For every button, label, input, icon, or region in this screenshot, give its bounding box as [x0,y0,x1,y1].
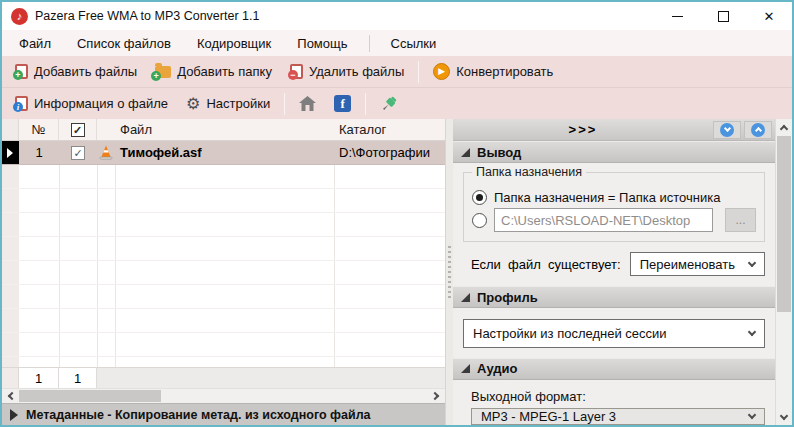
panel-splitter[interactable] [446,119,453,425]
expand-all-button[interactable] [744,121,772,139]
radio-same-as-source[interactable]: Папка назначения = Папка источника [472,186,756,208]
convert-label: Конвертировать [456,64,553,79]
menu-links[interactable]: Ссылки [378,30,450,56]
destination-path-input[interactable] [494,208,713,232]
row-marker-cell [2,141,19,164]
summary-total-count: 1 [19,368,59,388]
output-format-select[interactable]: MP3 - MPEG-1 Layer 3 [471,408,765,425]
header-folder[interactable]: Каталог [334,119,445,140]
file-info-icon: i [15,96,28,111]
app-music-note-icon: ♪ [11,8,28,25]
maximize-button[interactable] [700,2,746,30]
section-output[interactable]: Вывод [453,141,775,163]
pin-icon [380,95,398,113]
settings-panel: >>> Вывод Папка назначения [453,119,776,425]
chevron-right-icon [431,392,439,400]
row-filetype-cell [97,141,115,164]
maximize-icon [718,11,729,22]
destination-group-label: Папка назначения [472,165,586,179]
check-all-checkbox[interactable]: ✓ [71,123,85,137]
collapse-all-button[interactable] [713,121,741,139]
remove-files-button[interactable]: − Удалить файлы [281,59,413,85]
vertical-scrollbar[interactable] [776,119,792,425]
menu-encoder[interactable]: Кодировщик [184,30,284,56]
add-folder-label: Добавить папку [177,64,272,79]
browse-button[interactable]: ... [725,208,756,232]
header-number[interactable]: № [19,119,59,140]
file-exists-select[interactable]: Переименовать [630,252,765,276]
file-info-button[interactable]: i Информация о файле [6,91,177,117]
splitter-grip-icon [448,246,451,298]
header-file[interactable]: Файл [115,119,334,140]
row-checkbox[interactable]: ✓ [71,146,85,160]
chevron-up-icon [751,123,765,137]
section-triangle-icon [461,148,470,157]
toolbar-separator [284,93,285,115]
table-row[interactable]: 1 ✓ Тимофей.asf D:\Фотографии [2,141,445,165]
vlc-cone-icon [99,145,113,160]
panel-expand-arrows[interactable]: >>> [453,122,713,137]
window-title: Pazera Free WMA to MP3 Converter 1.1 [35,9,259,23]
summary-marker-cell [2,368,19,388]
section-triangle-icon [461,293,470,302]
radio-selected-icon[interactable] [472,190,487,205]
file-list-empty-area[interactable] [2,165,445,367]
horizontal-scrollbar[interactable] [2,388,445,403]
profile-select[interactable]: Настройки из последней сессии [463,319,765,348]
file-info-label: Информация о файле [34,96,168,111]
output-format-value: MP3 - MPEG-1 Layer 3 [481,409,616,424]
minimize-button[interactable] [654,2,700,30]
facebook-icon: f [334,95,351,112]
facebook-button[interactable]: f [325,91,360,117]
info-badge-icon: i [13,102,23,112]
close-button[interactable]: ✕ [746,2,792,30]
vertical-scrollbar-thumb[interactable] [777,136,791,312]
remove-files-label: Удалить файлы [309,64,404,79]
scroll-left-button[interactable] [2,389,19,403]
pin-button[interactable] [371,91,407,117]
file-exists-value: Переименовать [640,257,735,272]
menu-file[interactable]: Файл [6,30,64,56]
menu-separator [369,35,370,52]
plus-badge-icon: + [13,70,23,80]
section-audio[interactable]: Аудио [453,358,775,380]
horizontal-scrollbar-thumb[interactable] [19,390,161,402]
section-audio-title: Аудио [477,361,517,376]
row-check-cell[interactable]: ✓ [59,141,97,164]
settings-button[interactable]: ⚙ Настройки [177,91,279,117]
radio-unselected-icon[interactable] [472,213,487,228]
header-icon-cell [97,119,115,140]
plus-badge-icon: + [151,71,161,81]
menu-help[interactable]: Помощь [284,30,360,56]
add-files-label: Добавить файлы [34,64,137,79]
gear-icon: ⚙ [186,96,200,112]
minimize-icon [672,16,683,17]
menu-file-list[interactable]: Список файлов [64,30,184,56]
chevron-down-icon [780,411,788,419]
chevron-left-icon [8,392,16,400]
row-file-name: Тимофей.asf [115,141,334,164]
dropdown-chevron-icon [748,259,756,267]
scroll-right-button[interactable] [428,389,445,403]
homepage-button[interactable] [290,91,325,117]
file-list: № ✓ Файл Каталог 1 ✓ [2,119,446,425]
header-check-all[interactable]: ✓ [59,119,97,140]
convert-icon: ▶ [433,63,450,80]
add-folder-button[interactable]: + Добавить папку [146,59,281,85]
scroll-down-button[interactable] [776,408,792,425]
chevron-up-icon [780,125,788,133]
panel-collapse-header[interactable]: >>> [453,119,775,141]
scroll-up-button[interactable] [776,119,792,136]
convert-button[interactable]: ▶ Конвертировать [424,59,562,85]
minus-badge-icon: − [288,70,298,80]
settings-label: Настройки [206,96,270,111]
summary-row: 1 1 [2,367,445,388]
radio-custom-folder[interactable]: ... [472,208,756,232]
section-profile[interactable]: Профиль [453,286,775,308]
main-toolbar: + Добавить файлы + Добавить папку − Удал… [2,56,792,88]
home-icon [299,96,316,111]
titlebar: ♪ Pazera Free WMA to MP3 Converter 1.1 ✕ [2,2,792,30]
summary-checked-count: 1 [59,368,97,388]
radio-same-as-source-label: Папка назначения = Папка источника [494,190,720,205]
add-files-button[interactable]: + Добавить файлы [6,59,146,85]
